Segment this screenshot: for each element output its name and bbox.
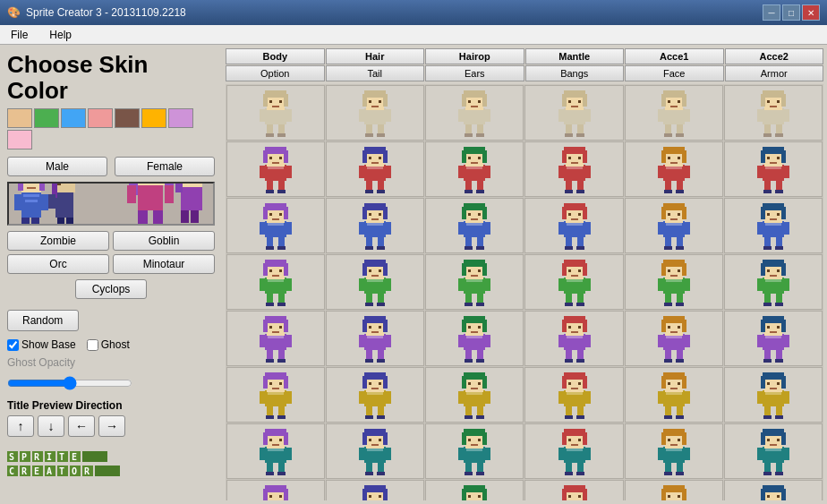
svg-text:T: T <box>59 466 64 476</box>
svg-rect-540 <box>379 382 381 385</box>
svg-rect-129 <box>658 109 663 122</box>
sprite-cell[interactable] <box>524 367 623 423</box>
svg-rect-148 <box>781 94 786 107</box>
svg-rect-272 <box>365 246 373 250</box>
sprite-cell[interactable] <box>226 141 325 197</box>
svg-rect-262 <box>359 222 364 235</box>
sprite-cell[interactable] <box>425 141 524 197</box>
sprite-cell[interactable] <box>326 85 424 141</box>
skin-color-swatch-3[interactable] <box>61 108 86 128</box>
male-button[interactable]: Male <box>7 157 107 176</box>
svg-rect-227 <box>664 190 672 193</box>
maximize-button[interactable]: □ <box>782 4 800 21</box>
sprite-cell[interactable] <box>724 85 823 141</box>
file-menu[interactable]: File <box>4 27 35 43</box>
svg-rect-267 <box>362 207 367 219</box>
sprite-cell[interactable] <box>524 423 623 479</box>
sprite-cell[interactable] <box>425 198 524 253</box>
random-button[interactable]: Random <box>7 310 79 331</box>
sprite-cell[interactable] <box>724 311 823 366</box>
sprite-cell[interactable] <box>425 254 524 310</box>
sprite-cell[interactable] <box>524 141 623 197</box>
sprite-cell[interactable] <box>326 423 424 479</box>
skin-color-swatch-5[interactable] <box>115 108 140 128</box>
skin-color-swatch-2[interactable] <box>34 108 59 128</box>
svg-rect-107 <box>468 100 471 103</box>
sprite-cell[interactable] <box>524 311 623 366</box>
sprite-cell[interactable] <box>425 85 524 141</box>
ghost-checkbox[interactable] <box>87 339 98 351</box>
sprite-cell[interactable] <box>326 141 424 197</box>
sprite-cell[interactable] <box>724 198 823 253</box>
direction-down-button[interactable]: ↓ <box>38 415 64 437</box>
sprite-cell[interactable] <box>724 141 823 197</box>
skin-color-swatch-7[interactable] <box>168 108 193 128</box>
goblin-button[interactable]: Goblin <box>113 231 215 251</box>
svg-rect-31 <box>153 210 163 226</box>
skin-color-swatch-4[interactable] <box>88 108 113 128</box>
sprite-cell[interactable] <box>625 367 723 423</box>
svg-rect-257 <box>266 246 274 250</box>
svg-rect-401 <box>663 260 685 267</box>
sprite-cell[interactable] <box>724 480 823 500</box>
sprite-cell[interactable] <box>625 85 723 141</box>
opacity-slider[interactable] <box>7 376 132 390</box>
sprite-cell[interactable] <box>226 198 325 253</box>
sprite-cell[interactable] <box>625 480 723 500</box>
svg-rect-687 <box>761 432 765 445</box>
zombie-button[interactable]: Zombie <box>7 231 109 251</box>
sprite-cell[interactable] <box>625 254 723 310</box>
skin-color-swatch-1[interactable] <box>7 108 32 128</box>
sprite-cell[interactable] <box>724 254 823 310</box>
sprite-cell[interactable] <box>226 480 325 500</box>
skin-color-swatch-8[interactable] <box>7 130 32 149</box>
help-menu[interactable]: Help <box>42 27 79 43</box>
sprite-cell[interactable] <box>425 367 524 423</box>
sprite-cell[interactable] <box>326 480 424 500</box>
sprite-cell[interactable] <box>425 480 524 500</box>
sprite-cell[interactable] <box>226 85 325 141</box>
sprite-cell[interactable] <box>326 198 424 253</box>
svg-rect-720 <box>379 495 381 498</box>
sprite-cell[interactable] <box>524 198 623 253</box>
sprite-cell[interactable] <box>326 311 424 366</box>
svg-rect-488 <box>685 335 690 347</box>
sprite-cell[interactable] <box>524 480 623 500</box>
sprite-cell[interactable] <box>724 367 823 423</box>
sprite-cell[interactable] <box>724 423 823 479</box>
svg-rect-35 <box>181 182 202 187</box>
sprite-cell[interactable] <box>625 423 723 479</box>
ghost-option[interactable]: Ghost <box>87 338 130 351</box>
orc-button[interactable]: Orc <box>7 254 109 274</box>
svg-rect-436 <box>272 331 279 333</box>
cyclops-button[interactable]: Cyclops <box>75 279 147 299</box>
sprite-cell[interactable] <box>625 311 723 366</box>
show-base-option[interactable]: Show Base <box>7 338 76 351</box>
female-button[interactable]: Female <box>115 157 215 176</box>
sprite-cell[interactable] <box>226 311 325 366</box>
svg-rect-238 <box>781 150 786 163</box>
sprite-cell[interactable] <box>625 141 723 197</box>
sprite-cell[interactable] <box>326 367 424 423</box>
svg-rect-483 <box>576 359 584 363</box>
sprite-cell[interactable] <box>226 254 325 310</box>
svg-rect-533 <box>386 391 391 404</box>
sprite-cell[interactable] <box>524 254 623 310</box>
sprite-cell[interactable] <box>625 198 723 253</box>
sprite-cell[interactable] <box>226 367 325 423</box>
svg-rect-82 <box>266 133 274 137</box>
close-button[interactable]: ✕ <box>802 4 820 21</box>
sprite-cell[interactable] <box>425 423 524 479</box>
skin-color-swatch-6[interactable] <box>141 108 166 128</box>
minimize-button[interactable]: ─ <box>763 4 780 21</box>
sprite-cell[interactable] <box>425 311 524 366</box>
sprite-cell[interactable] <box>326 254 424 310</box>
svg-rect-397 <box>658 278 663 291</box>
direction-right-button[interactable]: → <box>98 415 125 437</box>
minotaur-button[interactable]: Minotaur <box>113 254 215 274</box>
sprite-cell[interactable] <box>226 423 325 479</box>
sprite-cell[interactable] <box>524 85 623 141</box>
direction-left-button[interactable]: ← <box>68 415 95 437</box>
show-base-checkbox[interactable] <box>7 339 19 351</box>
direction-up-button[interactable]: ↑ <box>7 415 34 437</box>
